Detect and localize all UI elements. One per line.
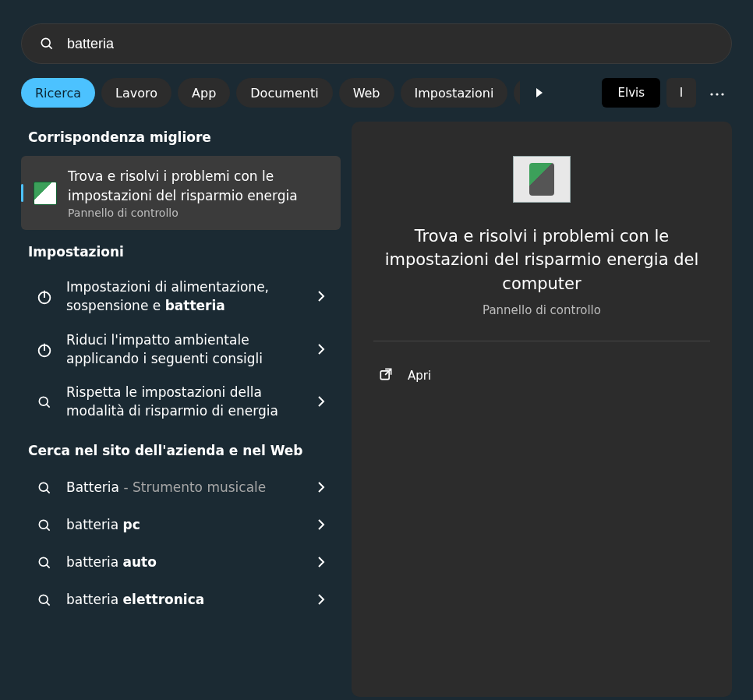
result-label: batteria elettronica — [66, 591, 306, 610]
preview-app-icon — [513, 156, 571, 203]
ellipsis-icon — [710, 86, 724, 100]
text-bold: auto — [123, 554, 157, 570]
chevron-right-icon — [317, 395, 331, 409]
svg-point-3 — [716, 93, 718, 95]
control-panel-icon — [34, 182, 57, 205]
text-bold: elettronica — [123, 592, 205, 607]
result-label: Rispetta le impostazioni della modalità … — [66, 384, 306, 421]
pill-label: Web — [353, 86, 380, 101]
search-icon — [36, 33, 58, 55]
chevron-right-icon — [317, 556, 331, 570]
chevron-right-icon — [317, 593, 331, 607]
svg-line-12 — [47, 490, 50, 493]
svg-line-18 — [47, 603, 50, 606]
search-bar[interactable] — [21, 23, 732, 64]
search-icon — [34, 477, 55, 499]
result-label: batteria auto — [66, 553, 306, 572]
user-name: Elvis — [617, 86, 645, 100]
power-icon — [34, 339, 55, 361]
preview-title: Trova e risolvi i problemi con le impost… — [373, 224, 710, 295]
pill-label: App — [192, 86, 216, 101]
filter-pill-app[interactable]: App — [178, 78, 230, 108]
text-bold: batteria — [165, 298, 225, 313]
result-label: Batteria - Strumento musicale — [66, 479, 306, 497]
svg-point-4 — [721, 93, 723, 95]
filter-pill-ricerca[interactable]: Ricerca — [21, 78, 95, 108]
search-icon — [34, 589, 55, 611]
filters-scroll-right[interactable] — [526, 78, 553, 108]
svg-line-1 — [49, 46, 52, 49]
divider — [373, 341, 710, 341]
svg-point-2 — [710, 93, 712, 95]
preview-pane: Trova e risolvi i problemi con le impost… — [352, 122, 732, 697]
section-settings: Impostazioni — [28, 244, 341, 260]
preview-subtitle: Pannello di controllo — [483, 303, 601, 317]
settings-result-1[interactable]: Riduci l'impatto ambientale applicando i… — [21, 323, 341, 377]
search-icon — [34, 514, 55, 536]
best-match-text: Trova e risolvi i problemi con le impost… — [68, 167, 328, 219]
account-initial: I — [680, 86, 683, 100]
best-match-title: Trova e risolvi i problemi con le impost… — [68, 167, 328, 205]
power-icon — [34, 286, 55, 308]
filter-pill-impostazioni[interactable]: Impostazioni — [401, 78, 508, 108]
result-label: batteria pc — [66, 516, 306, 535]
web-result-3[interactable]: batteria elettronica — [21, 582, 341, 619]
open-icon — [378, 366, 394, 385]
filter-pill-documenti[interactable]: Documenti — [236, 78, 332, 108]
main-area: Corrispondenza migliore Trova e risolvi … — [21, 122, 732, 697]
section-web: Cerca nel sito dell'azienda e nel Web — [28, 443, 341, 458]
best-match-result[interactable]: Trova e risolvi i problemi con le impost… — [21, 156, 341, 230]
text-pre: Batteria — [66, 479, 119, 495]
svg-point-13 — [39, 520, 48, 529]
account-switch-button[interactable]: I — [666, 78, 696, 108]
pill-label: Documenti — [250, 86, 318, 101]
svg-point-0 — [41, 38, 50, 47]
search-icon — [34, 391, 55, 413]
settings-result-0[interactable]: Impostazioni di alimentazione, sospensio… — [21, 270, 341, 323]
more-button[interactable] — [702, 78, 732, 108]
svg-line-10 — [47, 405, 50, 408]
chevron-right-icon — [317, 343, 331, 357]
filters-row: Ricerca Lavoro App Documenti Web Imposta… — [21, 78, 732, 108]
header-right: Elvis I — [602, 78, 732, 108]
text-sub: - Strumento musicale — [119, 479, 266, 495]
search-input[interactable] — [67, 36, 717, 52]
chevron-right-icon — [317, 518, 331, 532]
text-pre: batteria — [66, 592, 123, 607]
text-bold: pc — [123, 517, 140, 532]
result-label: Impostazioni di alimentazione, sospensio… — [66, 278, 306, 316]
text-pre: batteria — [66, 517, 123, 532]
pill-label: Lavoro — [115, 86, 157, 101]
svg-point-9 — [39, 398, 48, 406]
filter-pill-web[interactable]: Web — [339, 78, 394, 108]
pill-label: Ricerca — [35, 86, 81, 101]
result-label: Riduci l'impatto ambientale applicando i… — [66, 331, 306, 369]
best-match-subtitle: Pannello di controllo — [68, 207, 328, 219]
web-result-1[interactable]: batteria pc — [21, 507, 341, 544]
svg-line-16 — [47, 565, 50, 568]
web-result-0[interactable]: Batteria - Strumento musicale — [21, 469, 341, 507]
search-icon — [34, 552, 55, 574]
pill-label: Impostazioni — [415, 86, 494, 101]
svg-point-15 — [39, 557, 48, 566]
chevron-right-icon — [317, 481, 331, 495]
filter-pills: Ricerca Lavoro App Documenti Web Imposta… — [21, 78, 520, 108]
results-column: Corrispondenza migliore Trova e risolvi … — [21, 122, 341, 697]
user-chip[interactable]: Elvis — [602, 78, 660, 108]
chevron-right-icon — [317, 290, 331, 304]
web-result-2[interactable]: batteria auto — [21, 544, 341, 582]
settings-result-2[interactable]: Rispetta le impostazioni della modalità … — [21, 376, 341, 429]
svg-point-11 — [39, 483, 48, 491]
filter-pill-lavoro[interactable]: Lavoro — [101, 78, 171, 108]
section-best-match: Corrispondenza migliore — [28, 129, 341, 145]
text-pre: batteria — [66, 554, 123, 570]
svg-point-17 — [39, 595, 48, 603]
filter-pill-persone[interactable]: Persone — [514, 78, 520, 108]
action-open-label: Apri — [408, 369, 431, 383]
svg-line-20 — [385, 369, 391, 376]
action-open[interactable]: Apri — [373, 359, 710, 393]
svg-line-14 — [47, 528, 50, 531]
